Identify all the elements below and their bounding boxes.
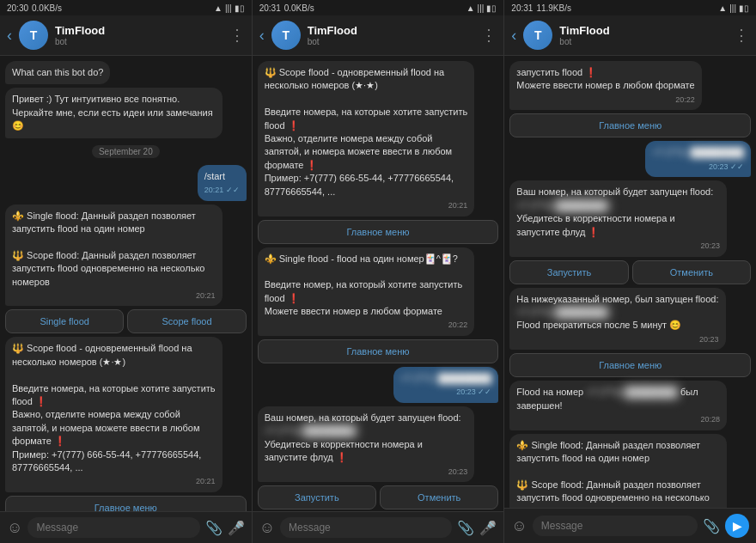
emoji-button[interactable]: ☺ xyxy=(7,519,22,537)
signal-icon: ||| xyxy=(225,3,232,13)
chat-sub: bot xyxy=(55,37,223,46)
message-text: Flood на номер +7 (771) ████████ был зав… xyxy=(516,386,720,412)
message-text: Ваш номер, на который будет запущен floo… xyxy=(516,186,720,239)
status-icons: ▲ ||| ▮▯ xyxy=(466,3,497,13)
message-bubble-incoming: 🔱 Scope flood - одновременный flood на н… xyxy=(5,337,223,492)
status-bar: 20:31 0.0KB/s ▲ ||| ▮▯ xyxy=(253,0,504,15)
message-bubble-outgoing: +7 (771) ████████20:23 ✓✓ xyxy=(393,367,499,403)
message-time: 20:22 xyxy=(265,320,468,331)
wifi-icon: ▲ xyxy=(214,3,223,13)
message-bubble-incoming: запустить flood ❗Можете ввести номер в л… xyxy=(509,61,701,110)
message-input[interactable] xyxy=(533,516,698,536)
message-text: +7 (771) ████████ xyxy=(400,372,492,385)
bot-button[interactable]: Запустить xyxy=(258,485,376,509)
bot-button-single[interactable]: Главное меню xyxy=(258,339,499,363)
time-label: 20:30 xyxy=(7,3,28,13)
bot-button[interactable]: Отменить xyxy=(632,260,751,284)
message-input[interactable] xyxy=(280,517,452,538)
message-bubble-incoming: 🔱 Scope flood - одновременный flood на н… xyxy=(258,61,475,217)
time-label: 20:31 xyxy=(259,3,281,13)
message-time: 20:21 xyxy=(12,290,216,302)
panel-3: 20:31 11.9KB/s ▲ ||| ▮▯ ‹ T TimFlood bot… xyxy=(504,0,756,543)
bot-button-row: Single floodScope flood xyxy=(5,309,247,333)
back-button[interactable]: ‹ xyxy=(511,27,516,45)
bot-button-single[interactable]: Главное меню xyxy=(509,113,751,137)
back-button[interactable]: ‹ xyxy=(7,27,12,45)
chat-info: TimFlood bot xyxy=(308,24,475,46)
message-bubble-incoming: ⚜️ Single flood: Данный раздел позволяет… xyxy=(5,204,223,307)
bot-button[interactable]: Отменить xyxy=(380,485,498,509)
chat-name: TimFlood xyxy=(308,24,475,37)
more-button[interactable]: ⋮ xyxy=(481,26,497,45)
message-bubble-incoming: ⚜️ Single flood - flood на один номер🃏^🃏… xyxy=(258,247,475,337)
message-text: На нижеуказанный номер, был запущен floo… xyxy=(516,293,718,333)
message-text: Ваш номер, на который будет запущен floo… xyxy=(265,412,468,465)
chat-header: ‹ T TimFlood bot ⋮ xyxy=(504,15,756,56)
message-time: 20:28 xyxy=(516,414,720,425)
message-text: запустить flood ❗Можете ввести номер в л… xyxy=(516,66,694,93)
panel-1: 20:30 0.0KB/s ▲ ||| ▮▯ ‹ T TimFlood bot … xyxy=(0,0,253,543)
message-time: 20:22 xyxy=(516,95,694,106)
avatar: T xyxy=(523,21,552,50)
attach-button[interactable]: 📎 xyxy=(703,518,720,534)
input-bar: ☺ 📎 ▶ xyxy=(504,508,756,543)
speed-label: 0.0KB/s xyxy=(284,3,314,13)
back-button[interactable]: ‹ xyxy=(259,27,265,45)
message-bubble-incoming: Flood на номер +7 (771) ████████ был зав… xyxy=(509,381,727,430)
send-button[interactable]: ▶ xyxy=(725,514,749,538)
messages-list: 🔱 Scope flood - одновременный flood на н… xyxy=(253,56,504,511)
chat-sub: bot xyxy=(308,37,475,46)
emoji-button[interactable]: ☺ xyxy=(511,517,527,535)
attach-button[interactable]: 📎 xyxy=(457,520,474,536)
chat-info: TimFlood bot xyxy=(55,24,223,46)
bot-button-single[interactable]: Главное меню xyxy=(509,353,751,377)
bot-button[interactable]: Запустить xyxy=(509,260,628,284)
mic-button[interactable]: 🎤 xyxy=(479,520,497,536)
message-bubble-incoming: На нижеуказанный номер, был запущен floo… xyxy=(509,288,725,351)
message-time: 20:23 xyxy=(516,241,720,252)
status-icons: ▲ ||| ▮▯ xyxy=(718,3,749,13)
message-text: ⚜️ Single flood: Данный раздел позволяет… xyxy=(516,439,720,508)
message-bubble-incoming: Ваш номер, на который будет запущен floo… xyxy=(509,180,727,256)
more-button[interactable]: ⋮ xyxy=(229,26,245,45)
status-time: 20:31 0.0KB/s xyxy=(259,3,314,13)
message-text: ⚜️ Single flood: Данный раздел позволяет… xyxy=(12,210,216,289)
message-bubble-incoming: Ваш номер, на который будет запущен floo… xyxy=(258,406,475,482)
message-time: 20:21 xyxy=(12,476,216,487)
chat-sub: bot xyxy=(559,37,727,46)
emoji-button[interactable]: ☺ xyxy=(259,519,275,537)
chat-name: TimFlood xyxy=(559,24,727,37)
attach-button[interactable]: 📎 xyxy=(205,520,223,536)
avatar: T xyxy=(271,21,301,50)
message-bubble-outgoing: +7 (771) ████████20:23 ✓✓ xyxy=(645,141,751,177)
message-text: /start xyxy=(204,170,240,183)
bot-button[interactable]: Single flood xyxy=(5,309,124,333)
bot-button-single[interactable]: Главное меню xyxy=(5,496,247,511)
status-icons: ▲ ||| ▮▯ xyxy=(214,3,245,13)
message-bubble-incoming: ⚜️ Single flood: Данный раздел позволяет… xyxy=(509,434,727,508)
message-text: 🔱 Scope flood - одновременный flood на н… xyxy=(265,66,468,198)
messages-list: What can this bot do?Привет :) Тут интуи… xyxy=(0,56,252,511)
message-time: 20:21 ✓✓ xyxy=(204,185,240,196)
more-button[interactable]: ⋮ xyxy=(734,26,749,45)
messages-list: запустить flood ❗Можете ввести номер в л… xyxy=(504,56,756,508)
chat-header: ‹ T TimFlood bot ⋮ xyxy=(0,15,252,56)
status-time: 20:30 0.0KB/s xyxy=(7,3,62,13)
input-bar: ☺ 📎 🎤 xyxy=(0,511,252,543)
status-bar: 20:31 11.9KB/s ▲ ||| ▮▯ xyxy=(504,0,756,15)
checkmark-icon: ✓✓ xyxy=(226,186,240,194)
battery-icon: ▮▯ xyxy=(235,3,245,13)
message-time: 20:21 xyxy=(265,200,468,211)
message-input[interactable] xyxy=(27,517,199,538)
message-text: Привет :) Тут интуитивно все понятно. Че… xyxy=(12,93,216,132)
battery-icon: ▮▯ xyxy=(486,3,497,13)
bot-button-single[interactable]: Главное меню xyxy=(258,220,499,244)
message-bubble-incoming: What can this bot do? xyxy=(5,61,110,84)
signal-icon: ||| xyxy=(729,3,736,13)
mic-button[interactable]: 🎤 xyxy=(228,520,245,536)
signal-icon: ||| xyxy=(478,3,485,13)
date-separator: September 20 xyxy=(92,145,160,158)
bot-button[interactable]: Scope flood xyxy=(127,309,246,333)
checkmark-icon: ✓✓ xyxy=(478,387,491,396)
message-time: 20:23 ✓✓ xyxy=(400,387,492,398)
